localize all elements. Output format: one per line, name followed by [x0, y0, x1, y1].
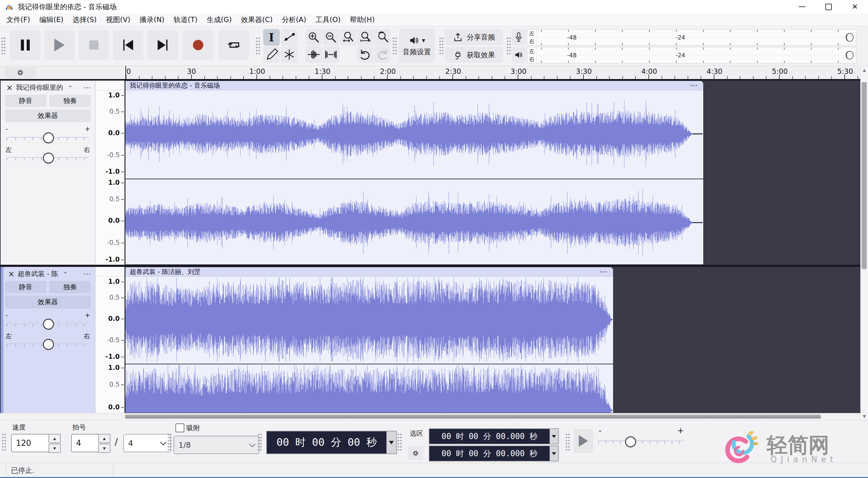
fit-selection-button[interactable] — [340, 29, 356, 46]
menu-item[interactable]: 工具(O) — [311, 15, 345, 25]
collapse-chevron-icon[interactable]: ⌃ — [63, 271, 68, 277]
gain-knob[interactable] — [43, 132, 54, 143]
track-1-vertical-ruler[interactable]: 1.00.50.0-0.5-1.0 1.00.50.0-0.5-1.0 — [95, 80, 125, 265]
clip-2-header[interactable]: 超兽武装 - 陈洁丽、刘罡 ⋯ — [125, 267, 613, 277]
zoom-in-button[interactable] — [306, 29, 322, 46]
menu-item[interactable]: 选择(S) — [68, 15, 101, 25]
tools-toolbar-grip[interactable] — [256, 37, 260, 54]
skip-to-end-button[interactable] — [147, 30, 178, 60]
track-1-clip[interactable]: 我记得你眼里的依恋 - 音乐磁场 ⋯ — [125, 80, 704, 265]
timesig-upper-input[interactable]: 4 — [71, 434, 102, 452]
track-2-clip[interactable]: 超兽武装 - 陈洁丽、刘罡 ⋯ — [125, 267, 613, 413]
fit-project-button[interactable] — [357, 29, 374, 46]
track-menu-icon[interactable]: ⋯ — [84, 270, 91, 278]
play-button[interactable] — [44, 30, 75, 60]
playback-meter-button[interactable] — [512, 47, 526, 63]
track-2-right-waveform[interactable] — [125, 364, 613, 413]
transport-toolbar-grip[interactable] — [1, 37, 6, 54]
pan-knob[interactable] — [43, 152, 54, 164]
play-at-speed-button[interactable] — [574, 429, 593, 453]
snap-select[interactable]: 1/8 — [174, 436, 259, 454]
meter-toolbar-grip[interactable] — [507, 37, 511, 54]
tempo-input[interactable]: 120 — [11, 434, 52, 452]
timesig-spinner[interactable]: ▲▼ — [98, 434, 111, 453]
time-display[interactable]: 00 时 00 分 00 秒 — [266, 431, 397, 454]
selection-options-button[interactable] — [408, 446, 423, 460]
track-1-right-waveform[interactable] — [125, 179, 703, 265]
zoom-out-button[interactable] — [323, 29, 339, 46]
silence-audio-button[interactable] — [323, 46, 339, 63]
menu-item[interactable]: 轨道(T) — [169, 15, 202, 25]
spin-down-icon[interactable]: ▼ — [98, 444, 111, 453]
zoom-toggle-button[interactable] — [374, 29, 391, 46]
audio-setup-grip[interactable] — [393, 37, 397, 54]
speed-knob[interactable] — [625, 436, 636, 447]
envelope-tool-button[interactable] — [281, 29, 298, 46]
share-toolbar-grip[interactable] — [439, 37, 444, 54]
selection-start-field[interactable]: 00 时 00 分 00.000 秒 — [429, 429, 559, 444]
record-button[interactable] — [183, 30, 214, 60]
track-2-left-waveform[interactable] — [125, 277, 613, 363]
menu-item[interactable]: 视图(V) — [101, 15, 135, 25]
skip-to-start-button[interactable] — [113, 30, 144, 60]
spin-up-icon[interactable]: ▲ — [49, 434, 61, 443]
mute-button[interactable]: 静音 — [5, 95, 46, 107]
loop-button[interactable] — [218, 30, 249, 60]
pan-slider[interactable]: 左 右 — [5, 332, 90, 349]
redo-button[interactable] — [374, 46, 391, 63]
track-menu-icon[interactable]: ⋯ — [84, 83, 91, 92]
track-1-left-waveform[interactable] — [125, 91, 703, 177]
get-effects-button[interactable]: 获取效果 — [445, 47, 503, 63]
pan-knob[interactable] — [43, 339, 54, 350]
vertical-scrollbar-thumb[interactable] — [862, 82, 867, 269]
horizontal-scrollbar[interactable] — [0, 413, 868, 420]
track-2-canvas[interactable]: 超兽武装 - 陈洁丽、刘罡 ⋯ — [125, 267, 868, 413]
recording-meter[interactable]: 左 右 -48 -24 — [527, 29, 856, 46]
menu-item[interactable]: 帮助(H) — [345, 15, 379, 25]
timeline-options-button[interactable] — [5, 67, 36, 78]
gain-slider[interactable]: - + — [5, 312, 90, 329]
vertical-scrollbar[interactable]: ▲ ▼ — [860, 66, 868, 420]
menu-item[interactable]: 效果器(C) — [237, 15, 277, 25]
tempo-spinner[interactable]: ▲▼ — [49, 434, 61, 453]
timeline-ruler[interactable]: 0301:001:302:002:303:003:304:004:305:005… — [0, 66, 868, 80]
selection-end-field[interactable]: 00 时 00 分 00.000 秒 — [429, 446, 559, 462]
multi-tool-button[interactable] — [281, 46, 298, 63]
clip-menu-icon[interactable]: ⋯ — [600, 267, 608, 276]
play-at-speed-grip[interactable] — [565, 433, 570, 450]
clip-menu-icon[interactable]: ⋯ — [690, 81, 699, 90]
track-2-vertical-ruler[interactable]: 1.00.50.0-0.5-1.0 1.00.50.0 — [95, 267, 125, 413]
horizontal-scrollbar-thumb[interactable] — [125, 415, 821, 418]
scroll-up-icon[interactable]: ▲ — [861, 66, 868, 73]
menu-item[interactable]: 生成(G) — [202, 15, 237, 25]
audio-setup-button[interactable]: ▼ 音频设置 — [399, 29, 435, 63]
mute-button[interactable]: 静音 — [5, 281, 46, 293]
playback-speed-slider[interactable] — [598, 436, 683, 449]
track-1-control-panel[interactable]: × 我记得你眼里的 ⌃ ⋯ 静音 独奏 效果器 - + 左 右 — [0, 80, 95, 265]
menu-item[interactable]: 编辑(E) — [35, 15, 68, 25]
selection-toolbar-grip[interactable] — [398, 433, 402, 450]
solo-button[interactable]: 独奏 — [50, 95, 91, 107]
pause-button[interactable] — [10, 30, 40, 60]
timesig-lower-select[interactable]: 4 — [123, 434, 170, 452]
spin-down-icon[interactable]: ▼ — [49, 444, 61, 453]
snapping-grip[interactable] — [167, 433, 172, 450]
close-button[interactable]: ✕ — [842, 0, 868, 13]
share-audio-button[interactable]: 分享音频 — [445, 29, 503, 45]
menu-item[interactable]: 分析(A) — [277, 15, 311, 25]
solo-button[interactable]: 独奏 — [50, 281, 91, 293]
track-close-icon[interactable]: × — [6, 83, 13, 92]
draw-tool-button[interactable] — [263, 46, 280, 63]
snap-checkbox[interactable] — [176, 423, 184, 432]
playback-meter[interactable]: 左 右 -48 -24 — [527, 47, 856, 63]
selection-format-dropdown[interactable] — [550, 429, 558, 444]
effects-button[interactable]: 效果器 — [5, 296, 91, 309]
time-toolbar-grip[interactable] — [258, 433, 262, 450]
undo-button[interactable] — [357, 46, 374, 63]
record-meter-button[interactable] — [512, 29, 526, 45]
selection-format-dropdown[interactable] — [550, 446, 558, 461]
track-1-canvas[interactable]: 我记得你眼里的依恋 - 音乐磁场 ⋯ — [125, 80, 868, 265]
time-format-dropdown[interactable] — [386, 432, 396, 453]
menu-item[interactable]: 播录(N) — [135, 15, 169, 25]
stop-button[interactable] — [79, 30, 109, 60]
